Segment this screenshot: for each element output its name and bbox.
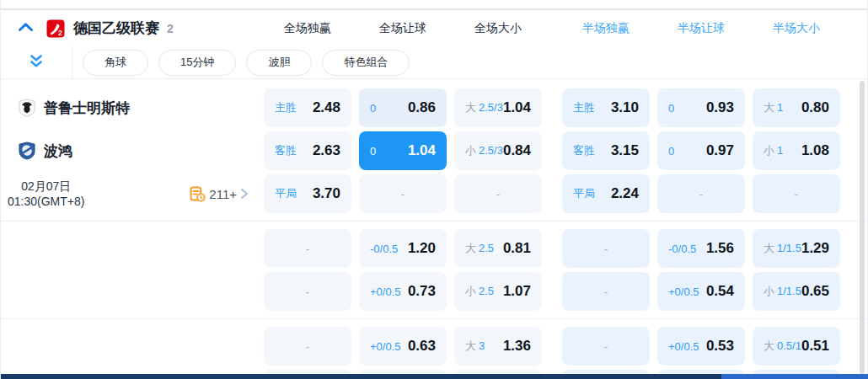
expand-markets-button[interactable] (1, 46, 72, 78)
odds-label: 大0.5/1 (764, 339, 801, 354)
odds-label: +0/0.5 (668, 286, 699, 298)
odds-cell-r4-c5[interactable]: 小1/1.50.65 (753, 272, 840, 311)
odds-cell-r3-c0[interactable]: - (264, 229, 351, 268)
odds-cell-r2-c2[interactable]: - (454, 174, 542, 213)
top-divider (1, 0, 867, 10)
odds-label-prefix: 大 (764, 101, 774, 114)
league-header-left: 2 德国乙级联赛 2 (1, 19, 260, 38)
odds-label-prefix: 大 (465, 242, 476, 254)
odds-cell-r0-c5[interactable]: 大10.80 (753, 88, 840, 127)
odds-cell-r0-c0[interactable]: 主胜2.48 (264, 88, 351, 127)
odds-cell-r3-c3[interactable]: - (562, 229, 650, 268)
odds-label: +0/0.5 (668, 340, 699, 353)
chevron-up-icon (18, 22, 34, 35)
odds-value: 0.97 (706, 142, 734, 159)
odds-cell-r2-c1[interactable]: - (359, 174, 447, 213)
league-header-row: 2 德国乙级联赛 2 全场独赢全场让球全场大小半场独赢半场让球半场大小 (1, 10, 867, 46)
odds-value: 1.04 (408, 142, 436, 159)
market-column-headers: 全场独赢全场让球全场大小半场独赢半场让球半场大小 (260, 21, 840, 36)
odds-cell-r4-c1[interactable]: +0/0.50.73 (359, 272, 447, 311)
odds-value: 0.81 (503, 240, 531, 257)
odds-value: 0.80 (801, 99, 829, 116)
odds-cell-r4-c4[interactable]: +0/0.50.54 (657, 272, 745, 311)
market-pill-2[interactable]: 波胆 (246, 50, 312, 76)
market-pill-3[interactable]: 特色组合 (322, 50, 410, 76)
odds-cell-r1-c2[interactable]: 小2.5/30.84 (454, 131, 542, 170)
odds-cell-r2-c4[interactable]: - (657, 174, 745, 213)
odds-label: 大2.5/3 (465, 100, 503, 115)
column-header-2[interactable]: 全场大小 (454, 21, 542, 36)
match-datetime: 02月07日01:30(GMT+8) (8, 179, 84, 209)
odds-label: 小1/1.5 (764, 284, 801, 299)
odds-value: 2.48 (313, 99, 340, 116)
info-spacer (1, 327, 260, 366)
collapse-league-button[interactable] (14, 22, 36, 35)
odds-label: 小2.5/3 (465, 143, 503, 158)
column-header-5[interactable]: 半场大小 (753, 21, 840, 36)
odds-cell-r5-c1[interactable]: +0/0.50.63 (359, 327, 447, 366)
odds-value: 1.29 (801, 240, 829, 257)
odds-label-prefix: 小 (764, 285, 774, 297)
odds-value: 1.04 (503, 99, 531, 116)
match-time: 01:30(GMT+8) (8, 194, 84, 209)
odds-cell-r1-c5[interactable]: 小11.08 (753, 131, 840, 170)
market-pills: 角球15分钟波胆特色组合 (72, 50, 410, 76)
odds-value: 0.51 (801, 338, 829, 355)
odds-cell-r0-c3[interactable]: 主胜3.10 (562, 88, 650, 127)
market-pill-0[interactable]: 角球 (83, 50, 148, 76)
market-pill-1[interactable]: 15分钟 (158, 50, 236, 76)
odds-label: 0 (370, 102, 376, 115)
odds-panel: 2 德国乙级联赛 2 全场独赢全场让球全场大小半场独赢半场让球半场大小 角球15… (0, 0, 868, 379)
odds-cell-r2-c5[interactable]: - (753, 174, 840, 213)
team-row-away: 波鸿 (1, 131, 260, 170)
odds-cell-r0-c2[interactable]: 大2.5/31.04 (454, 88, 542, 127)
odds-value: 1.08 (801, 142, 829, 159)
odds-cell-r1-c4[interactable]: 00.97 (657, 131, 745, 170)
odds-cell-r1-c3[interactable]: 客胜3.15 (562, 131, 650, 170)
odds-row: -+0/0.50.73小2.51.07-+0/0.50.54小1/1.50.65 (1, 272, 867, 311)
odds-value: 3.70 (313, 185, 340, 202)
svg-text:2: 2 (58, 29, 62, 37)
odds-cell-r2-c3[interactable]: 平局2.24 (562, 174, 650, 213)
odds-cell-r3-c4[interactable]: -0/0.51.56 (657, 229, 745, 268)
odds-value: 2.63 (313, 142, 340, 159)
odds-cell-r5-c2[interactable]: 大31.36 (454, 327, 542, 366)
odds-row: 普鲁士明斯特主胜2.4800.86大2.5/31.04主胜3.1000.93大1… (1, 88, 867, 127)
odds-cell-r4-c2[interactable]: 小2.51.07 (454, 272, 542, 311)
odds-value: 0.73 (408, 283, 436, 300)
column-header-3[interactable]: 半场独赢 (562, 21, 650, 36)
more-markets-button[interactable]: 211+ (190, 186, 249, 202)
odds-cell-r4-c0[interactable]: - (264, 272, 351, 311)
odds-value: 0.63 (408, 338, 436, 355)
odds-cell-r0-c4[interactable]: 00.93 (657, 88, 745, 127)
odds-cell-r5-c5[interactable]: 大0.5/10.51 (753, 327, 840, 366)
odds-cell-r0-c1[interactable]: 00.86 (359, 88, 447, 127)
odds-group-0: 普鲁士明斯特主胜2.4800.86大2.5/31.04主胜3.1000.93大1… (1, 79, 867, 221)
column-header-1[interactable]: 全场让球 (359, 21, 447, 36)
odds-cell-r2-c0[interactable]: 平局3.70 (264, 174, 351, 213)
odds-label-prefix: 小 (764, 144, 774, 157)
odds-group-2: -+0/0.50.63大31.36-+0/0.50.53大0.5/10.51--… (1, 318, 867, 379)
odds-cell-r5-c0[interactable]: - (264, 327, 351, 366)
odds-cell-r1-c0[interactable]: 客胜2.63 (264, 131, 351, 170)
odds-cell-r1-c1[interactable]: 01.04 (359, 131, 447, 170)
odds-cell-r3-c2[interactable]: 大2.50.81 (454, 229, 542, 268)
chevron-right-icon (240, 188, 249, 200)
column-header-0[interactable]: 全场独赢 (264, 21, 351, 36)
odds-cell-r4-c3[interactable]: - (562, 272, 650, 311)
odds-cell-r3-c1[interactable]: -0/0.51.20 (359, 229, 447, 268)
odds-cell-r5-c4[interactable]: +0/0.50.53 (657, 327, 745, 366)
more-markets-count: 211+ (209, 187, 237, 201)
odds-label: 0 (370, 145, 376, 157)
team-row-home: 普鲁士明斯特 (1, 88, 260, 127)
odds-cell-r3-c5[interactable]: 大1/1.51.29 (753, 229, 840, 268)
odds-value: 1.20 (408, 240, 436, 257)
odds-cell-r5-c3[interactable]: - (562, 327, 650, 366)
odds-value: 1.56 (706, 240, 734, 257)
column-header-4[interactable]: 半场让球 (657, 21, 745, 36)
odds-body: 普鲁士明斯特主胜2.4800.86大2.5/31.04主胜3.1000.93大1… (1, 79, 867, 379)
odds-label: 主胜 (275, 100, 297, 115)
odds-value: 0.53 (706, 338, 734, 355)
vertical-scrollbar[interactable] (860, 81, 865, 374)
odds-row: 波鸿客胜2.6301.04小2.5/30.84客胜3.1500.97小11.08 (1, 131, 867, 170)
